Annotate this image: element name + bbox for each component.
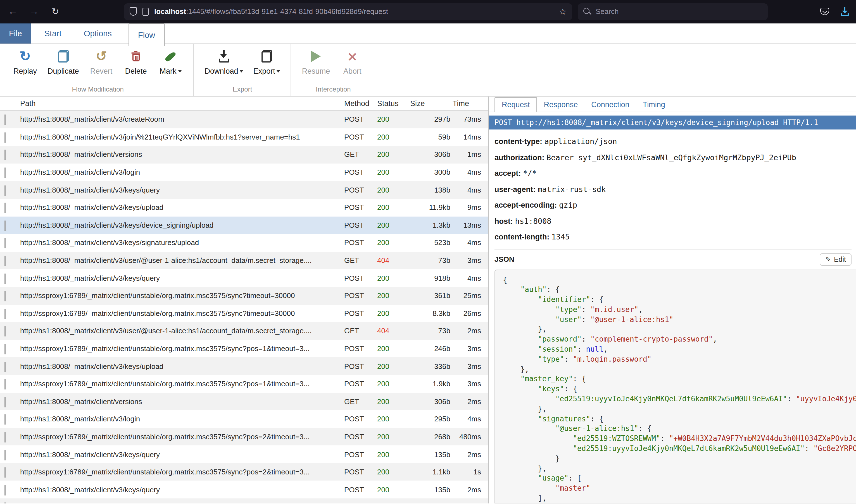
download-button[interactable]: Download xyxy=(205,48,243,84)
flow-row[interactable]: http://hs1:8008/_matrix/client/v3/keys/q… xyxy=(0,181,489,199)
json-punct: ], xyxy=(503,494,547,502)
flow-time: 2ms xyxy=(450,486,489,494)
edit-button[interactable]: ✎ Edit xyxy=(820,253,852,265)
flow-row[interactable]: http://ssproxy1:6789/_matrix/client/unst… xyxy=(0,375,489,393)
flow-row[interactable]: http://hs1:8008/_matrix/client/v3/join/%… xyxy=(0,128,489,146)
flow-row[interactable]: http://ssproxy1:6789/_matrix/client/unst… xyxy=(0,340,489,357)
flow-row[interactable]: http://hs1:8008/_matrix/client/v3/user/@… xyxy=(0,252,489,269)
flow-row[interactable]: http://hs1:8008/_matrix/client/v3/keys/q… xyxy=(0,481,489,499)
json-punct xyxy=(503,444,573,453)
detail-tab-request[interactable]: Request xyxy=(495,97,537,112)
request-header[interactable]: accept-encoding: gzip xyxy=(495,200,851,209)
abort-button[interactable]: × Abort xyxy=(340,48,364,84)
request-header[interactable]: content-type: application/json xyxy=(495,137,851,146)
flow-row[interactable]: http://hs1:8008/_matrix/client/v3/keys/u… xyxy=(0,358,489,375)
flow-status: 200 xyxy=(377,415,408,424)
flow-row[interactable]: http://ssproxy1:6789/_matrix/client/unst… xyxy=(0,287,489,304)
url-bar[interactable]: localhost:1445/#/flows/fba5f13d-91e1-437… xyxy=(124,3,572,20)
flow-row[interactable]: http://hs1:8008/_matrix/client/v3/create… xyxy=(0,110,489,128)
flow-row[interactable]: http://hs1:8008/_matrix/client/v3/keys/d… xyxy=(0,216,489,234)
forward-button[interactable]: → xyxy=(26,3,42,20)
reload-button[interactable]: ↻ xyxy=(47,3,64,20)
page-info-icon[interactable] xyxy=(142,7,149,15)
back-button[interactable]: ← xyxy=(4,3,21,20)
revert-button[interactable]: ↺ Revert xyxy=(89,48,114,84)
app-window: ← → ↻ localhost:1445/#/flows/fba5f13d-91… xyxy=(0,0,856,504)
json-body-viewer[interactable]: { "auth": { "identifier": { "type": "m.i… xyxy=(495,269,856,503)
column-header-path[interactable]: Path xyxy=(20,99,344,107)
main-content: Path Method Status Size Time http://hs1:… xyxy=(0,96,856,503)
json-line: "auth": { xyxy=(503,285,856,295)
flow-path: http://ssproxy1:6789/_matrix/client/unst… xyxy=(20,291,344,300)
menu-tab-flow[interactable]: Flow xyxy=(129,23,165,46)
request-header[interactable]: accept: */* xyxy=(495,168,851,178)
json-key: "identifier" xyxy=(538,295,590,304)
flow-row[interactable]: http://hs1:8008/_matrix/client/v3/keys/q… xyxy=(0,269,489,287)
flow-row[interactable]: http://hs1:8008/_matrix/client/v3/keys/s… xyxy=(0,234,489,251)
flow-row[interactable]: http://hs1:8008/_matrix/client/versionsG… xyxy=(0,146,489,163)
request-header[interactable]: user-agent: matrix-rust-sdk xyxy=(495,184,851,193)
json-line: "user": "@user-1-alice:hs1" xyxy=(503,314,856,325)
mark-button[interactable]: Mark xyxy=(158,48,183,84)
flow-time: 13ms xyxy=(450,221,489,229)
flow-method: POST xyxy=(344,415,377,424)
flow-icon-cell xyxy=(0,168,20,176)
header-name: content-type: xyxy=(495,137,545,146)
menu-file[interactable]: File xyxy=(0,23,31,43)
flow-status: 200 xyxy=(377,397,408,406)
downloads-icon[interactable] xyxy=(840,7,849,16)
flow-row[interactable]: http://ssproxy1:6789/_matrix/client/unst… xyxy=(0,428,489,445)
json-line: }, xyxy=(503,325,856,335)
document-icon xyxy=(4,432,5,443)
json-key: "signatures" xyxy=(538,414,590,423)
flow-row[interactable]: http://hs1:8008/_matrix/client/versionsG… xyxy=(0,393,489,410)
replay-button[interactable]: ↻ Replay xyxy=(13,48,37,84)
json-punct: : [ xyxy=(568,474,582,483)
request-header[interactable]: host: hs1:8008 xyxy=(495,216,851,225)
tracking-protection-shield-icon[interactable] xyxy=(130,7,137,16)
json-punct: : { xyxy=(590,295,603,304)
flow-row[interactable]: http://hs1:8008/_matrix/client/v3/loginP… xyxy=(0,410,489,428)
duplicate-button[interactable]: Duplicate xyxy=(48,48,79,84)
delete-button[interactable]: Delete xyxy=(124,48,148,84)
column-header-time[interactable]: Time xyxy=(450,99,489,107)
flow-row[interactable]: http://ssproxy1:6789/_matrix/client/unst… xyxy=(0,463,489,481)
duplicate-icon xyxy=(58,50,68,62)
bookmark-star-icon[interactable]: ☆ xyxy=(559,6,567,16)
flow-row[interactable]: http://hs1:8008/_matrix/client/v3/loginP… xyxy=(0,164,489,181)
json-line: "type": "m.id.user", xyxy=(503,305,856,315)
menu-options[interactable]: Options xyxy=(75,23,121,43)
flow-row[interactable]: http://ssproxy1:6789/_matrix/client/unst… xyxy=(0,304,489,322)
column-header-status[interactable]: Status xyxy=(377,99,408,107)
flow-row[interactable]: http://hs1:8008/_matrix/client/v3/user/@… xyxy=(0,322,489,340)
detail-tab-response[interactable]: Response xyxy=(537,98,585,112)
column-header-method[interactable]: Method xyxy=(344,99,377,107)
flow-path: http://hs1:8008/_matrix/client/v3/keys/d… xyxy=(20,221,344,229)
detail-tab-connection[interactable]: Connection xyxy=(584,98,636,112)
flow-time: 26ms xyxy=(450,309,489,318)
request-header[interactable]: authorization: Bearer syt_dXNlci0xLWFsaW… xyxy=(495,152,851,162)
column-header-size[interactable]: Size xyxy=(408,99,450,107)
request-header[interactable]: content-length: 1345 xyxy=(495,232,851,241)
flow-method: POST xyxy=(344,203,377,212)
request-line[interactable]: POST http://hs1:8008/_matrix/client/v3/k… xyxy=(489,115,856,129)
flow-row[interactable]: http://hs1:8008/_matrix/client/v3/keys/u… xyxy=(0,199,489,216)
flow-path: http://ssproxy1:6789/_matrix/client/unst… xyxy=(20,468,344,476)
flow-row[interactable] xyxy=(0,499,489,503)
flow-size: 1.3kb xyxy=(408,221,450,229)
flow-path: http://ssproxy1:6789/_matrix/client/unst… xyxy=(20,309,344,318)
menu-start[interactable]: Start xyxy=(35,23,70,43)
export-button[interactable]: Export xyxy=(253,48,280,84)
search-input[interactable]: Search xyxy=(578,3,768,20)
flow-time: 4ms xyxy=(450,274,489,282)
pocket-icon[interactable] xyxy=(820,8,829,15)
resume-button[interactable]: Resume xyxy=(302,48,330,84)
flow-rows: http://hs1:8008/_matrix/client/v3/create… xyxy=(0,110,489,503)
flow-path: http://ssproxy1:6789/_matrix/client/unst… xyxy=(20,344,344,353)
chevron-down-icon xyxy=(178,70,182,72)
json-punct: }, xyxy=(503,365,529,373)
flow-row[interactable]: http://hs1:8008/_matrix/client/v3/keys/q… xyxy=(0,446,489,463)
detail-tab-timing[interactable]: Timing xyxy=(636,98,672,112)
header-name: host: xyxy=(495,217,515,225)
flow-path: http://hs1:8008/_matrix/client/v3/user/@… xyxy=(20,327,344,335)
